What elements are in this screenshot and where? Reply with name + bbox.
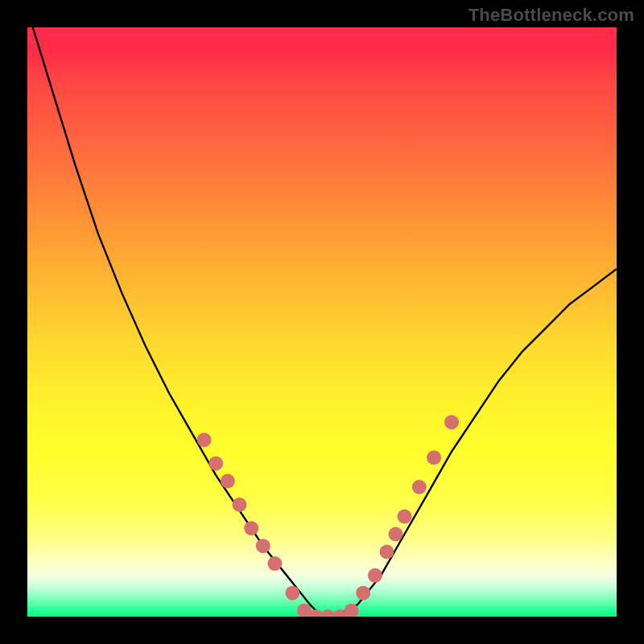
curve-marker (256, 539, 270, 553)
curve-marker (380, 545, 394, 559)
curve-marker (197, 432, 212, 447)
watermark-text: TheBottleneck.com (469, 5, 634, 26)
curve-markers (197, 415, 459, 617)
chart-frame: TheBottleneck.com (0, 0, 644, 644)
curve-marker (427, 450, 441, 464)
curve-marker (233, 497, 247, 512)
curve-marker (221, 474, 235, 489)
curve-marker (444, 415, 459, 429)
curve-marker (398, 510, 412, 524)
bottleneck-curve-path (27, 27, 617, 617)
curve-overlay (27, 27, 617, 617)
curve-marker (267, 556, 282, 571)
curve-marker (368, 568, 382, 583)
curve-marker (356, 586, 370, 601)
curve-marker (389, 527, 403, 542)
curve-marker (285, 586, 299, 601)
curve-marker (244, 521, 258, 535)
curve-marker (412, 480, 427, 494)
curve-marker (208, 456, 223, 471)
